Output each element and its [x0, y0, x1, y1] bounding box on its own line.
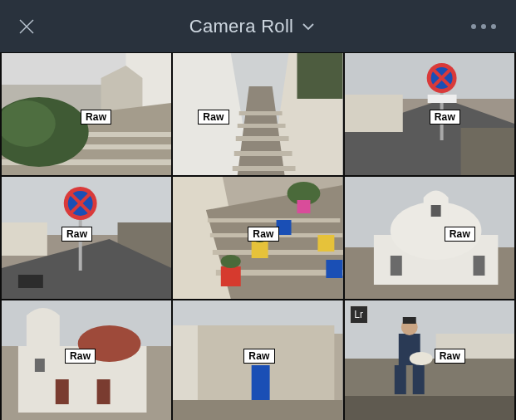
svg-rect-55	[221, 266, 241, 286]
close-icon[interactable]	[13, 13, 40, 40]
svg-rect-47	[208, 218, 340, 222]
svg-rect-90	[394, 365, 405, 394]
photo-thumb[interactable]: Lr Raw	[345, 300, 514, 420]
svg-rect-75	[35, 359, 45, 372]
photo-grid: Raw Raw	[0, 52, 516, 420]
svg-rect-81	[252, 365, 270, 400]
svg-rect-54	[252, 242, 268, 258]
svg-rect-66	[390, 256, 401, 276]
svg-point-92	[409, 352, 432, 365]
svg-rect-73	[56, 379, 69, 404]
lr-badge: Lr	[350, 305, 368, 324]
svg-rect-19	[236, 136, 289, 141]
svg-rect-21	[233, 166, 296, 171]
raw-badge: Raw	[430, 110, 460, 125]
raw-badge: Raw	[81, 110, 111, 125]
svg-rect-56	[318, 235, 335, 252]
photo-thumb[interactable]: Raw	[173, 177, 342, 299]
photo-thumb[interactable]: Raw	[173, 53, 342, 175]
svg-rect-15	[297, 53, 343, 99]
photo-thumb[interactable]: Raw	[345, 177, 514, 299]
svg-rect-74	[97, 379, 111, 404]
svg-rect-20	[234, 151, 292, 156]
svg-rect-43	[18, 275, 43, 288]
svg-point-59	[221, 255, 241, 268]
raw-badge: Raw	[61, 227, 92, 242]
header-bar: Camera Roll	[0, 0, 516, 52]
svg-rect-26	[460, 128, 514, 175]
svg-rect-82	[173, 400, 342, 420]
raw-badge: Raw	[198, 110, 229, 125]
photo-thumb[interactable]: Raw	[2, 53, 171, 175]
photo-thumb[interactable]: Raw	[2, 177, 171, 299]
more-icon[interactable]	[464, 17, 503, 36]
svg-rect-35	[2, 222, 47, 256]
raw-badge: Raw	[65, 349, 96, 364]
svg-rect-57	[327, 260, 343, 278]
raw-badge: Raw	[248, 227, 278, 242]
svg-rect-32	[427, 95, 456, 103]
page-title: Camera Roll	[189, 16, 294, 37]
svg-rect-93	[345, 396, 514, 420]
svg-rect-67	[473, 256, 484, 276]
photo-thumb[interactable]: Raw	[173, 300, 342, 420]
svg-rect-91	[412, 365, 424, 394]
svg-rect-17	[239, 111, 283, 115]
svg-rect-65	[430, 205, 440, 217]
svg-rect-89	[402, 317, 415, 324]
chevron-down-icon	[302, 19, 315, 34]
svg-rect-25	[345, 95, 403, 132]
svg-rect-52	[297, 200, 311, 213]
raw-badge: Raw	[243, 349, 274, 364]
album-selector[interactable]: Camera Roll	[189, 16, 316, 37]
raw-badge: Raw	[435, 349, 465, 364]
svg-rect-53	[277, 220, 292, 235]
photo-thumb[interactable]: Raw	[2, 300, 171, 420]
photo-thumb[interactable]: Raw	[345, 53, 514, 175]
raw-badge: Raw	[445, 227, 475, 242]
svg-rect-86	[345, 359, 514, 396]
svg-rect-18	[238, 124, 286, 128]
svg-rect-71	[27, 315, 60, 349]
